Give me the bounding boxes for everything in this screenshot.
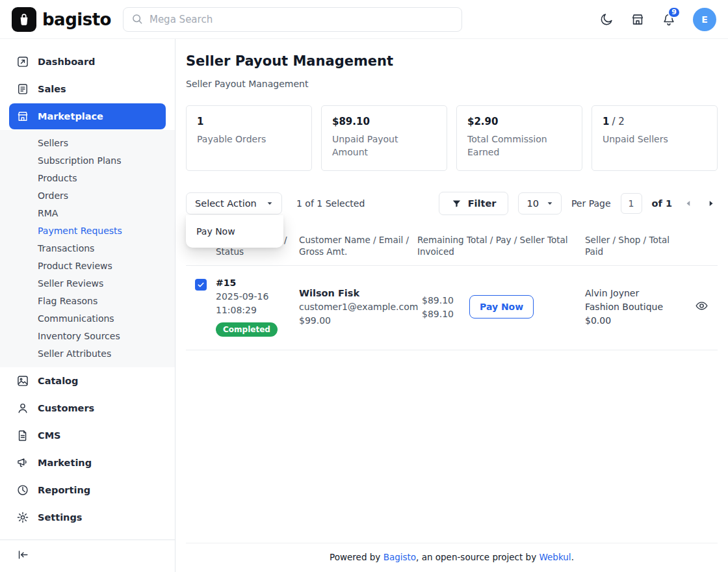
bagisto-link[interactable]: Bagisto (384, 552, 416, 562)
status-badge: Completed (216, 322, 278, 337)
column-header-actions (685, 235, 718, 258)
page-input[interactable] (621, 193, 642, 214)
cms-icon (16, 429, 29, 442)
footer-text: . (571, 552, 574, 562)
per-page-dropdown[interactable]: 10 (518, 192, 561, 214)
stat-label: Unpaid Payout Amount (332, 133, 436, 159)
stat-value: $89.10 (332, 116, 436, 127)
sidebar-item-product-reviews[interactable]: Product Reviews (0, 257, 175, 275)
notifications-button[interactable]: 9 (662, 12, 676, 27)
search-box (123, 7, 462, 32)
stat-value-main: 1 (603, 116, 609, 127)
search-input[interactable] (123, 7, 462, 32)
stat-label: Total Commission Earned (467, 133, 571, 159)
page-title: Seller Payout Management (186, 53, 718, 69)
search-icon (131, 12, 144, 28)
order-date: 2025-09-16 (216, 291, 292, 302)
sidebar-footer (0, 540, 175, 572)
settings-icon (16, 511, 29, 524)
marketing-icon (16, 456, 29, 469)
sidebar-item-sales[interactable]: Sales (9, 76, 166, 102)
chevron-down-icon (266, 200, 273, 207)
amounts: $89.10 $89.10 (417, 295, 454, 319)
sidebar-item-catalog[interactable]: Catalog (9, 368, 166, 394)
sidebar-item-inventory-sources[interactable]: Inventory Sources (0, 328, 175, 345)
filter-button[interactable]: Filter (439, 192, 509, 215)
sidebar-item-transactions[interactable]: Transactions (0, 240, 175, 257)
store-icon[interactable] (630, 12, 645, 27)
row-checkbox[interactable] (195, 279, 207, 291)
selection-count: 1 of 1 Selected (296, 198, 365, 209)
sidebar-item-label: Marketplace (38, 111, 103, 122)
column-header-customer: Customer Name / Email / Gross Amt. (299, 235, 417, 258)
total-paid: $0.00 (585, 315, 679, 326)
footer-text: Powered by (330, 552, 384, 562)
actions-cell (685, 299, 718, 315)
stat-card-commission: $2.90 Total Commission Earned (456, 105, 582, 171)
view-payout-button[interactable] (695, 299, 708, 315)
seller-cell: Alvin Joyner Fashion Boutique $0.00 (585, 288, 685, 326)
remaining-cell: $89.10 $89.10 Pay Now (417, 295, 585, 319)
sidebar-item-cms[interactable]: CMS (9, 422, 166, 448)
sidebar-item-seller-attributes[interactable]: Seller Attributes (0, 345, 175, 363)
sidebar-item-dashboard[interactable]: Dashboard (9, 49, 166, 75)
sidebar-item-customers[interactable]: Customers (9, 395, 166, 421)
stat-card-unpaid-sellers: 1/ 2 Unpaid Sellers (592, 105, 718, 171)
sidebar-item-label: Settings (38, 512, 82, 523)
select-action-dropdown[interactable]: Select Action (186, 192, 282, 214)
sidebar-item-settings[interactable]: Settings (9, 504, 166, 530)
select-action-label: Select Action (195, 198, 257, 209)
sidebar-item-label: CMS (38, 430, 61, 441)
order-time: 11:08:29 (216, 305, 292, 315)
sidebar-item-flag-reasons[interactable]: Flag Reasons (0, 292, 175, 310)
sidebar-item-payment-requests[interactable]: Payment Requests (0, 222, 175, 240)
sidebar-item-marketing[interactable]: Marketing (9, 450, 166, 476)
webkul-link[interactable]: Webkul (539, 552, 571, 562)
previous-page-button[interactable] (682, 197, 695, 210)
avatar[interactable]: E (693, 8, 716, 31)
next-page-button[interactable] (705, 197, 718, 210)
dark-mode-icon[interactable] (599, 12, 614, 27)
per-page-value: 10 (526, 198, 538, 209)
table-row: #15 2025-09-16 11:08:29 Completed Wilson… (186, 266, 718, 350)
sidebar-item-communications[interactable]: Communications (0, 310, 175, 328)
sidebar-item-label: Dashboard (38, 57, 95, 67)
select-action-menu: Pay Now (186, 215, 283, 248)
funnel-icon (451, 198, 462, 209)
sidebar-item-reporting[interactable]: Reporting (9, 477, 166, 503)
sidebar-item-label: Marketing (38, 458, 92, 468)
gross-amount: $99.00 (299, 315, 411, 326)
stat-card-payable-orders: 1 Payable Orders (186, 105, 312, 171)
remaining-total: $89.10 (417, 295, 454, 306)
menu-item-pay-now[interactable]: Pay Now (186, 221, 283, 242)
stat-value-suffix: / 2 (612, 116, 624, 127)
sidebar-item-label: Reporting (38, 485, 90, 495)
page-total: of 1 (652, 198, 672, 209)
dashboard-icon (16, 55, 29, 68)
sidebar-item-seller-reviews[interactable]: Seller Reviews (0, 275, 175, 292)
sidebar-item-products[interactable]: Products (0, 170, 175, 187)
marketplace-submenu: Sellers Subscription Plans Products Orde… (0, 130, 175, 367)
order-id: #15 (216, 278, 292, 288)
toolbar: Select Action Pay Now 1 of 1 Selected Fi… (186, 192, 718, 215)
toolbar-right: Filter 10 Per Page of 1 (439, 192, 718, 215)
customer-cell: Wilson Fisk customer1@example.com $99.00 (299, 288, 417, 326)
footer-text: , an open-source project by (416, 552, 539, 562)
reporting-icon (16, 484, 29, 497)
logo[interactable]: bagisto (12, 7, 111, 32)
sidebar-item-subscription-plans[interactable]: Subscription Plans (0, 152, 175, 170)
app: bagisto 9 E (0, 0, 728, 572)
order-cell: #15 2025-09-16 11:08:29 Completed (216, 278, 299, 337)
stat-value: $2.90 (467, 116, 571, 127)
stat-card-unpaid-payout: $89.10 Unpaid Payout Amount (321, 105, 447, 171)
sidebar-item-sellers[interactable]: Sellers (0, 135, 175, 152)
sidebar-item-marketplace[interactable]: Marketplace (9, 103, 166, 129)
customer-email: customer1@example.com (299, 302, 411, 312)
stats-row: 1 Payable Orders $89.10 Unpaid Payout Am… (186, 105, 718, 171)
sidebar-item-rma[interactable]: RMA (0, 205, 175, 222)
pay-now-button[interactable]: Pay Now (469, 295, 534, 318)
column-header-seller: Seller / Shop / Total Paid (585, 235, 685, 258)
sidebar-item-orders[interactable]: Orders (0, 187, 175, 205)
collapse-sidebar-icon[interactable] (17, 549, 29, 561)
bagisto-logo-icon (12, 7, 36, 32)
